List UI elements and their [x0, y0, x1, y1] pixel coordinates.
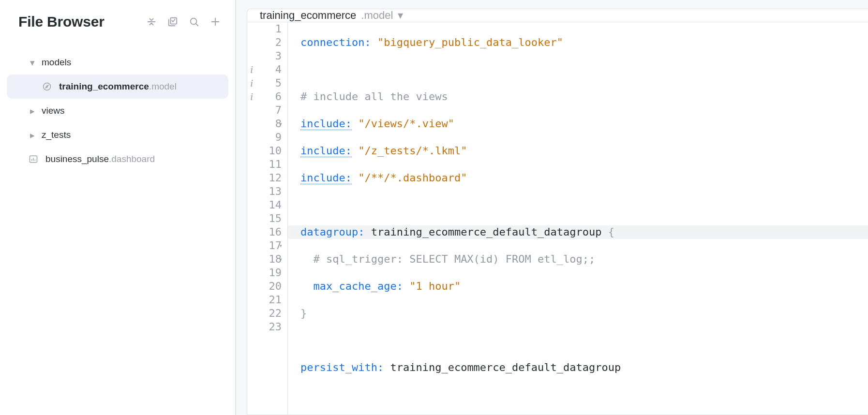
gutter: 1 2 3 i4 i5 i6 7 8▾ 9 10 11 12 13 14 15 … [247, 22, 288, 415]
svg-marker-7 [46, 86, 48, 88]
file-label: training_ecommerce.model [59, 81, 177, 92]
bulk-select-icon[interactable] [166, 15, 179, 28]
chevron-down-icon: ▾ [28, 57, 37, 68]
svg-line-3 [196, 24, 198, 26]
fold-icon[interactable]: ▾ [279, 117, 283, 131]
sidebar-header: File Browser [0, 14, 235, 39]
info-icon: i [250, 63, 253, 76]
tab-name: training_ecommerce [260, 9, 356, 22]
tab-ext: .model [361, 9, 393, 22]
info-icon: i [250, 90, 253, 104]
code-body[interactable]: connection: "bigquery_public_data_looker… [288, 22, 868, 415]
editor-card: training_ecommerce.model ▾ 1 2 3 i4 i5 i… [247, 9, 868, 415]
info-icon: i [250, 76, 253, 90]
file-business-pulse-dashboard[interactable]: business_pulse.dashboard [0, 147, 235, 171]
folder-models[interactable]: ▾ models [0, 50, 235, 74]
file-label: business_pulse.dashboard [45, 154, 155, 164]
chevron-right-icon: ▸ [28, 105, 37, 117]
file-training-ecommerce-model[interactable]: training_ecommerce.model [7, 74, 228, 99]
folder-z-tests[interactable]: ▸ z_tests [0, 123, 235, 147]
folder-label: views [42, 105, 65, 116]
editor-pane: training_ecommerce.model ▾ 1 2 3 i4 i5 i… [236, 0, 868, 415]
add-icon[interactable] [209, 15, 222, 28]
sidebar-actions [145, 15, 222, 28]
compass-icon [42, 81, 52, 92]
dashboard-icon [28, 154, 39, 164]
editor-tab-bar: training_ecommerce.model ▾ [247, 9, 868, 22]
folder-label: models [42, 57, 71, 68]
folder-label: z_tests [42, 130, 71, 140]
chevron-right-icon: ▸ [28, 130, 37, 141]
active-file-tab[interactable]: training_ecommerce.model ▾ [260, 9, 403, 22]
chevron-down-icon: ▾ [398, 9, 403, 22]
fold-icon[interactable]: ▾ [279, 252, 283, 266]
svg-point-6 [44, 83, 51, 90]
search-icon[interactable] [188, 15, 200, 28]
file-tree: ▾ models training_ecommerce.model ▸ view… [0, 39, 235, 171]
fold-icon[interactable]: ▾ [279, 239, 283, 252]
folder-views[interactable]: ▸ views [0, 99, 235, 123]
sidebar-title: File Browser [18, 14, 145, 30]
code-editor[interactable]: 1 2 3 i4 i5 i6 7 8▾ 9 10 11 12 13 14 15 … [247, 22, 868, 415]
file-browser-sidebar: File Browser ▾ models training_eco [0, 0, 236, 415]
collapse-all-icon[interactable] [145, 15, 158, 28]
